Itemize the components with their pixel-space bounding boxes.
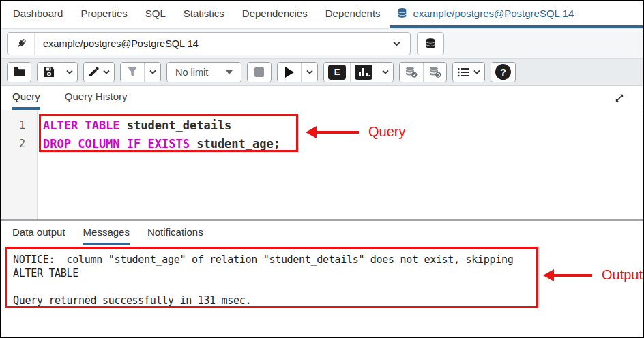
- tab-dependencies[interactable]: Dependencies: [233, 1, 317, 28]
- explain-button[interactable]: E: [324, 63, 350, 82]
- chevron-down-icon: [383, 41, 410, 46]
- tab-dashboard[interactable]: Dashboard: [4, 1, 72, 28]
- tab-notifications[interactable]: Notifications: [147, 221, 203, 245]
- line-number: 2: [1, 135, 25, 153]
- arrow-shaft: [554, 274, 592, 277]
- connection-dropdown[interactable]: example/postgres@PostgreSQL 14: [7, 32, 411, 55]
- help-button[interactable]: ?: [491, 63, 515, 82]
- query-toolbar: No limit E: [1, 59, 643, 86]
- database-icon: [396, 7, 408, 19]
- query-annotation-box: [39, 114, 298, 152]
- output-annotation-arrow: Output: [543, 267, 643, 283]
- connection-bar: example/postgres@PostgreSQL 14: [1, 29, 643, 59]
- save-options-button[interactable]: [61, 63, 77, 82]
- arrow-head-icon: [306, 126, 317, 138]
- chevron-down-icon: [103, 70, 110, 74]
- save-button[interactable]: [38, 63, 61, 82]
- tab-messages[interactable]: Messages: [83, 221, 130, 245]
- save-icon: [44, 67, 55, 78]
- chevron-down-icon: [149, 70, 156, 74]
- cancel-query-button[interactable]: [248, 63, 271, 82]
- chevron-down-icon: [66, 70, 73, 74]
- object-tab-bar: Dashboard Properties SQL Statistics Depe…: [1, 1, 643, 29]
- tab-properties[interactable]: Properties: [72, 1, 136, 28]
- chevron-down-icon: [382, 70, 389, 74]
- explain-analyze-chart-icon: [355, 65, 372, 80]
- stop-icon: [254, 67, 264, 77]
- message-line: NOTICE: column "student_age" of relation…: [13, 253, 530, 266]
- pencil-icon: [88, 67, 99, 78]
- ordered-list-icon: [457, 67, 469, 77]
- expand-panel-button[interactable]: [607, 86, 632, 110]
- tab-sql[interactable]: SQL: [136, 1, 175, 28]
- pgadmin-query-tool-window: Dashboard Properties SQL Statistics Depe…: [0, 0, 644, 338]
- execute-button[interactable]: [278, 63, 301, 82]
- line-number-gutter: 1 2: [1, 110, 38, 219]
- tab-statistics[interactable]: Statistics: [175, 1, 233, 28]
- explain-analyze-button[interactable]: [350, 63, 377, 82]
- help-icon: ?: [495, 64, 511, 80]
- tab-dependents[interactable]: Dependents: [317, 1, 390, 28]
- tab-query[interactable]: Query: [12, 86, 40, 110]
- connection-plug-icon: [8, 33, 35, 55]
- connection-value: example/postgres@PostgreSQL 14: [35, 38, 383, 49]
- row-limit-dropdown[interactable]: No limit: [167, 63, 241, 82]
- query-annotation-label: Query: [368, 124, 405, 140]
- database-connection-icon: [424, 37, 437, 50]
- row-limit-value: No limit: [175, 67, 208, 78]
- arrow-head-icon: [543, 269, 554, 281]
- message-line: Query returned successfully in 131 msec.: [13, 294, 530, 307]
- sql-editor[interactable]: 1 2 ALTER TABLE student_detailsDROP COLU…: [1, 110, 643, 219]
- folder-icon: [13, 67, 25, 77]
- new-connection-button[interactable]: [417, 32, 444, 55]
- chevron-down-icon: [473, 70, 480, 74]
- query-annotation-arrow: Query: [306, 124, 405, 140]
- explain-icon: E: [328, 65, 346, 80]
- execute-options-button[interactable]: [301, 63, 317, 82]
- bottom-spacer: [1, 311, 643, 337]
- rollback-database-undo-icon: [428, 66, 442, 78]
- explain-options-button[interactable]: [377, 63, 393, 82]
- caret-down-icon: [226, 70, 233, 74]
- editor-tab-bar: Query Query History: [1, 86, 643, 110]
- line-number: 1: [1, 117, 25, 135]
- play-icon: [285, 67, 294, 78]
- message-line: [13, 280, 530, 294]
- commit-button[interactable]: [400, 63, 423, 82]
- edit-button[interactable]: [84, 63, 114, 82]
- filter-options-button[interactable]: [144, 63, 160, 82]
- macros-button[interactable]: [453, 63, 484, 82]
- filter-button[interactable]: [121, 63, 144, 82]
- output-annotation-box: NOTICE: column "student_age" of relation…: [5, 247, 538, 308]
- expand-diagonal-icon: [614, 93, 625, 104]
- open-file-button[interactable]: [8, 63, 31, 82]
- active-tab-label: example/postgres@PostgreSQL 14: [413, 7, 574, 19]
- arrow-shaft: [317, 131, 359, 134]
- tab-query-tool-active[interactable]: example/postgres@PostgreSQL 14: [390, 1, 643, 28]
- filter-icon: [127, 67, 138, 77]
- messages-panel: NOTICE: column "student_age" of relation…: [1, 245, 643, 311]
- chevron-down-icon: [306, 70, 313, 74]
- output-annotation-label: Output: [602, 267, 643, 283]
- commit-database-check-icon: [405, 66, 418, 78]
- tab-data-output[interactable]: Data output: [12, 221, 65, 245]
- rollback-button[interactable]: [423, 63, 446, 82]
- tab-query-history[interactable]: Query History: [65, 86, 128, 110]
- message-line: ALTER TABLE: [13, 266, 530, 280]
- output-tab-bar: Data output Messages Notifications: [1, 219, 643, 245]
